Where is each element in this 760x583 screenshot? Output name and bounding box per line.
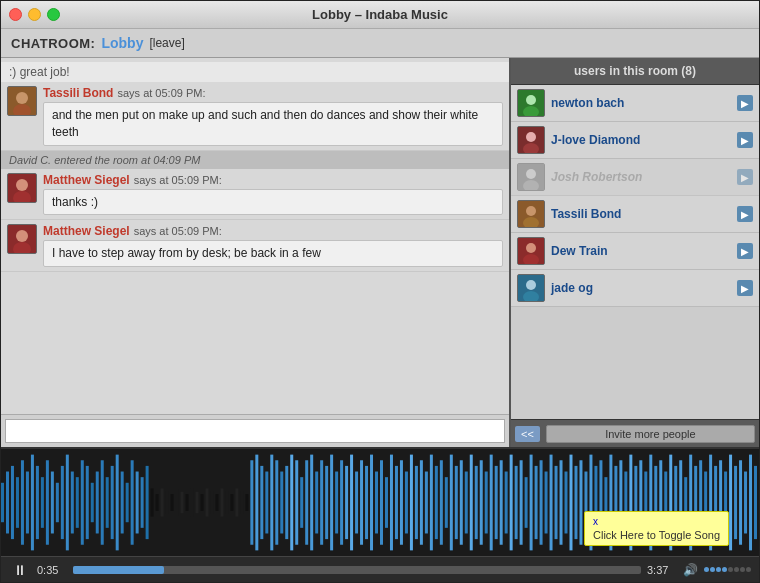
vol-dot-2	[710, 567, 715, 572]
svg-rect-86	[290, 455, 293, 551]
message-header: Matthew Siegel says at 05:09 PM:	[43, 173, 503, 187]
avatar	[517, 200, 545, 228]
list-item[interactable]: Dew Train ▶	[511, 233, 759, 270]
svg-rect-92	[320, 460, 323, 544]
svg-rect-54	[131, 460, 134, 544]
user-play-button[interactable]: ▶	[737, 206, 753, 222]
svg-rect-49	[106, 477, 109, 528]
svg-point-1	[16, 92, 28, 104]
svg-rect-102	[370, 455, 373, 551]
svg-rect-88	[300, 477, 303, 528]
users-panel: users in this room (8) newton bach ▶	[511, 58, 759, 447]
vol-dot-8	[746, 567, 751, 572]
message-bubble: Matthew Siegel says at 05:09 PM: thanks …	[43, 173, 503, 216]
avatar	[7, 86, 37, 116]
volume-icon[interactable]: 🔊	[683, 563, 698, 577]
svg-rect-62	[171, 494, 174, 511]
chatroom-label: CHATROOM:	[11, 36, 95, 51]
message-text: thanks :)	[43, 189, 503, 216]
svg-rect-46	[91, 483, 94, 522]
list-item[interactable]: Tassili Bond ▶	[511, 196, 759, 233]
users-header: users in this room (8)	[511, 58, 759, 85]
chat-input[interactable]	[5, 419, 505, 443]
svg-rect-97	[345, 466, 348, 539]
user-name: Dew Train	[551, 244, 731, 258]
svg-rect-78	[250, 460, 253, 544]
svg-rect-103	[375, 472, 378, 534]
svg-point-10	[526, 95, 536, 105]
svg-rect-139	[555, 466, 558, 539]
user-play-button[interactable]: ▶	[737, 169, 753, 185]
svg-point-13	[526, 132, 536, 142]
svg-point-4	[16, 179, 28, 191]
play-pause-button[interactable]: ⏸	[9, 562, 31, 578]
users-footer: << Invite more people	[511, 419, 759, 447]
svg-rect-53	[126, 483, 129, 522]
progress-bar[interactable]	[73, 566, 641, 574]
vol-dot-7	[740, 567, 745, 572]
message-text: and the men put on make up and such and …	[43, 102, 503, 146]
list-item: Tassili Bond says at 05:09 PM: and the m…	[1, 82, 509, 151]
user-play-button[interactable]: ▶	[737, 132, 753, 148]
svg-rect-137	[545, 472, 548, 534]
svg-rect-98	[350, 455, 353, 551]
close-button[interactable]	[9, 8, 22, 21]
svg-rect-117	[445, 477, 448, 528]
svg-rect-140	[560, 460, 563, 544]
list-item: Matthew Siegel says at 05:09 PM: thanks …	[1, 169, 509, 221]
list-item[interactable]: J-love Diamond ▶	[511, 122, 759, 159]
maximize-button[interactable]	[47, 8, 60, 21]
svg-rect-85	[285, 466, 288, 539]
user-play-button[interactable]: ▶	[737, 280, 753, 296]
svg-rect-135	[535, 466, 538, 539]
message-username: Tassili Bond	[43, 86, 113, 100]
toggle-tooltip[interactable]: x Click Here to Toggle Song	[584, 511, 729, 546]
svg-rect-91	[315, 472, 318, 534]
list-item[interactable]: jade og ▶	[511, 270, 759, 307]
leave-link[interactable]: [leave]	[149, 36, 184, 50]
svg-rect-138	[550, 455, 553, 551]
message-meta: says at 05:09 PM:	[134, 225, 222, 237]
svg-rect-68	[200, 494, 203, 511]
list-item[interactable]: Josh Robertson ▶	[511, 159, 759, 196]
svg-rect-121	[465, 472, 468, 534]
svg-rect-83	[275, 460, 278, 544]
volume-dots[interactable]	[704, 567, 751, 572]
list-item[interactable]: newton bach ▶	[511, 85, 759, 122]
message-text: I have to step away from by desk; be bac…	[43, 240, 503, 267]
svg-rect-67	[195, 492, 198, 513]
svg-rect-81	[265, 472, 268, 534]
users-list[interactable]: newton bach ▶ J-love Diamond ▶	[511, 85, 759, 419]
svg-rect-89	[305, 460, 308, 544]
svg-rect-69	[205, 488, 208, 516]
system-message-text: David C. entered the room at 04:09 PM	[9, 154, 200, 166]
collapse-button[interactable]: <<	[515, 426, 540, 442]
invite-button[interactable]: Invite more people	[546, 425, 755, 443]
waveform-area[interactable]: // Generate waveform bars using SVG path	[1, 449, 759, 556]
minimize-button[interactable]	[28, 8, 41, 21]
tooltip-close-button[interactable]: x	[593, 516, 720, 527]
avatar	[7, 224, 37, 254]
user-name: newton bach	[551, 96, 731, 110]
svg-rect-39	[56, 483, 59, 522]
svg-rect-75	[235, 488, 238, 516]
svg-rect-76	[240, 492, 243, 513]
user-play-button[interactable]: ▶	[737, 95, 753, 111]
svg-rect-60	[161, 488, 164, 516]
chat-input-area	[1, 414, 509, 447]
svg-rect-177	[744, 472, 747, 534]
vol-dot-3	[716, 567, 721, 572]
svg-rect-108	[400, 460, 403, 544]
total-time: 3:37	[647, 564, 677, 576]
svg-rect-73	[225, 492, 228, 513]
room-name: Lobby	[101, 35, 143, 51]
avatar	[517, 237, 545, 265]
svg-rect-122	[470, 455, 473, 551]
svg-rect-127	[495, 466, 498, 539]
user-name: jade og	[551, 281, 731, 295]
user-play-button[interactable]: ▶	[737, 243, 753, 259]
svg-rect-131	[515, 466, 518, 539]
user-name: J-love Diamond	[551, 133, 731, 147]
chat-messages[interactable]: :) great job!	[1, 58, 509, 414]
message-header: Tassili Bond says at 05:09 PM:	[43, 86, 503, 100]
